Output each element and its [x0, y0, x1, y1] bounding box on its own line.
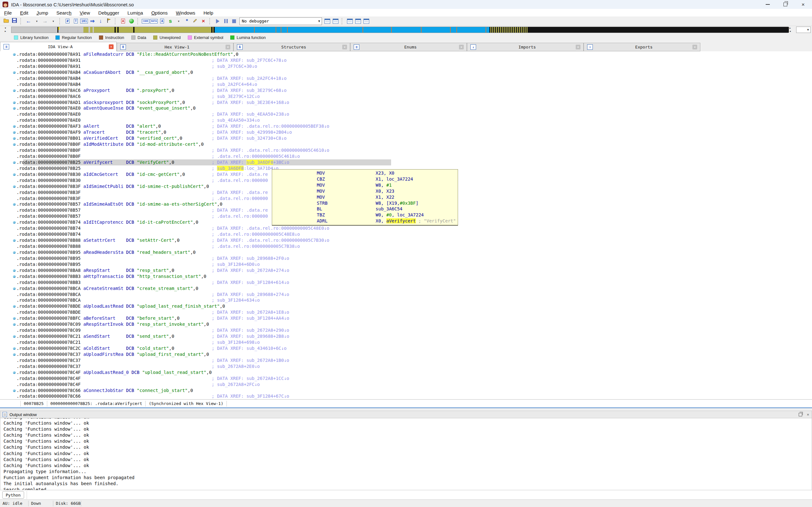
- debugger-options-button[interactable]: [332, 17, 339, 25]
- listing-line[interactable]: .rodata:0000000000078C2C aColdStart DCB …: [0, 345, 812, 351]
- listing-line[interactable]: .rodata:0000000000078BCA ; sub_3F1284+63…: [0, 297, 812, 303]
- navband-right-arrows[interactable]: ▸◂: [790, 27, 793, 33]
- listing-line[interactable]: .rodata:0000000000078C09 aRespStartInvok…: [0, 321, 812, 327]
- menu-item-debugger[interactable]: Debugger: [94, 9, 123, 16]
- edit-button[interactable]: [191, 17, 199, 25]
- listing-line[interactable]: .rodata:0000000000078AC6 ; sub_3E279C+12…: [0, 94, 812, 100]
- tab-close-button[interactable]: ×: [459, 45, 464, 49]
- listing-line[interactable]: .rodata:0000000000078AE0 aEventQueueInse…: [0, 105, 812, 111]
- save-file-button[interactable]: [10, 17, 18, 25]
- menu-item-search[interactable]: Search: [52, 9, 76, 16]
- navigate-back-menu[interactable]: ▾: [33, 17, 41, 25]
- listing-line[interactable]: .rodata:0000000000078A91 aFileReadatcurr…: [0, 51, 812, 57]
- listing-line[interactable]: .rodata:0000000000078B95 aReadHeadersSta…: [0, 249, 812, 256]
- listing-line[interactable]: .rodata:0000000000078C21 ; sub_3F1284+69…: [0, 339, 812, 345]
- lumina-ball-button[interactable]: [128, 17, 135, 25]
- listing-line[interactable]: .rodata:0000000000078AB4 ; sub_2A2FC4+64…: [0, 81, 812, 88]
- windows-list-button[interactable]: [346, 17, 354, 25]
- undefine-button[interactable]: ×: [200, 17, 207, 25]
- menu-item-edit[interactable]: Edit: [16, 9, 32, 16]
- tab-ida-view-a[interactable]: ≡IDA View-A×: [0, 42, 117, 51]
- tab-enums[interactable]: ≡Enums×: [350, 43, 467, 51]
- menu-item-options[interactable]: Options: [147, 9, 172, 16]
- menu-item-jump[interactable]: Jump: [32, 9, 52, 16]
- listing-line[interactable]: .rodata:0000000000078C37 aUploadFirstRea…: [0, 351, 812, 357]
- navigate-forward-button[interactable]: →: [41, 17, 49, 25]
- tab-exports[interactable]: ↑Exports×: [583, 43, 700, 51]
- jump-to-operand-button[interactable]: ⇒: [89, 17, 96, 25]
- debugger-pause-button[interactable]: [222, 17, 230, 25]
- listing-line[interactable]: .rodata:0000000000078BDE aUploadLastRead…: [0, 303, 812, 309]
- jump-down-button[interactable]: ↓: [97, 17, 104, 25]
- listing-line[interactable]: .rodata:0000000000078BFC aBeforeStart DC…: [0, 315, 812, 321]
- listing-line[interactable]: .rodata:0000000000078AF9 aTracert DCB "t…: [0, 129, 812, 135]
- make-unknown-button[interactable]: *: [183, 17, 191, 25]
- window-add-button[interactable]: [354, 17, 362, 25]
- text-view-button[interactable]: A: [119, 17, 127, 25]
- listing-line[interactable]: .rodata:0000000000078BCA ; DATA XREF: su…: [0, 291, 812, 297]
- listing-line[interactable]: .rodata:0000000000078C66 aConnectJobStar…: [0, 388, 812, 394]
- listing-line[interactable]: .rodata:0000000000078B95 ; DATA XREF: su…: [0, 256, 812, 262]
- search-flag-button[interactable]: [105, 17, 113, 25]
- listing-line[interactable]: .rodata:0000000000078AE0 ; DATA XREF: su…: [0, 111, 812, 117]
- tab-close-button[interactable]: ×: [576, 45, 580, 49]
- listing-line[interactable]: .rodata:0000000000078C4F ; DATA XREF: su…: [0, 376, 812, 382]
- navigation-band[interactable]: [11, 26, 788, 33]
- listing-line[interactable]: .rodata:0000000000078B88 aSetattrCert DC…: [0, 237, 812, 243]
- listing-line[interactable]: .rodata:0000000000078AF3 aAlert DCB "ale…: [0, 123, 812, 129]
- listing-line[interactable]: .rodata:0000000000078B74 ; .data.rel.ro:…: [0, 231, 812, 237]
- menu-item-windows[interactable]: Windows: [172, 9, 200, 16]
- listing-line[interactable]: .rodata:0000000000078C66 ; DATA XREF: su…: [0, 393, 812, 399]
- listing-line[interactable]: .rodata:0000000000078B95 ; sub_3F1284+6D…: [0, 262, 812, 268]
- listing-line[interactable]: .rodata:0000000000078C09 ; DATA XREF: su…: [0, 327, 812, 333]
- listing-line[interactable]: .rodata:0000000000078B0F ; .data.rel.ro:…: [0, 153, 812, 159]
- navigate-back-button[interactable]: ←: [25, 17, 32, 25]
- restore-button[interactable]: [776, 0, 794, 9]
- listing-line[interactable]: .rodata:0000000000078C37 ; sub_2672A8+2E…: [0, 363, 812, 370]
- open-file-button[interactable]: [2, 17, 10, 25]
- listing-line[interactable]: .rodata:0000000000078C4F aUploadLastRead…: [0, 370, 812, 376]
- listing-line[interactable]: .rodata:0000000000078B74 ; DATA XREF: .d…: [0, 225, 812, 231]
- debugger-stop-button[interactable]: [230, 17, 238, 25]
- listing-line[interactable]: .rodata:0000000000078AB4 aCxaGuardAbort …: [0, 69, 812, 75]
- python-selector-button[interactable]: Python: [2, 491, 24, 499]
- window-close-button[interactable]: [362, 17, 370, 25]
- make-code-button[interactable]: CODE: [142, 17, 149, 25]
- tab-structures[interactable]: AStructures×: [234, 43, 350, 51]
- python-cli-input[interactable]: [27, 491, 811, 499]
- listing-line[interactable]: .rodata:0000000000078A91 ; DATA XREF: su…: [0, 57, 812, 63]
- menu-item-file[interactable]: File: [0, 9, 16, 16]
- navband-left-arrows[interactable]: ▾▸: [5, 27, 9, 33]
- output-console[interactable]: Caching 'Functions window'... okCaching …: [0, 418, 812, 490]
- jump-to-binary-button[interactable]: 101: [80, 17, 88, 25]
- output-window-titlebar[interactable]: Output window ×: [0, 411, 812, 418]
- tab-close-button[interactable]: ×: [693, 45, 697, 49]
- listing-line-current[interactable]: .rodata:0000000000078B25 aVerifycert DCB…: [0, 159, 812, 165]
- make-data-button[interactable]: DATA: [150, 17, 158, 25]
- make-string-button[interactable]: A: [158, 17, 166, 25]
- listing-line[interactable]: .rodata:0000000000078B0F aIdModAttribute…: [0, 141, 812, 147]
- listing-line[interactable]: .rodata:0000000000078BCA aCreateStreamSt…: [0, 285, 812, 291]
- listing-line[interactable]: .rodata:0000000000078BA8 aRespStart DCB …: [0, 268, 812, 274]
- close-button[interactable]: ×: [794, 0, 812, 9]
- output-close-button[interactable]: ×: [807, 412, 809, 417]
- listing-line[interactable]: .rodata:0000000000078C37 ; DATA XREF: su…: [0, 357, 812, 363]
- listing-line[interactable]: .rodata:0000000000078BB3 ; DATA XREF: su…: [0, 279, 812, 285]
- make-menu[interactable]: ▾: [175, 17, 183, 25]
- jump-by-name-button[interactable]: T: [72, 17, 80, 25]
- listing-line[interactable]: .rodata:0000000000078C21 aSendStart DCB …: [0, 333, 812, 339]
- listing-line[interactable]: .rodata:0000000000078AB4 ; DATA XREF: su…: [0, 75, 812, 81]
- listing-line[interactable]: .rodata:0000000000078C4F ; sub_2672A8+2F…: [0, 382, 812, 388]
- debugger-select[interactable]: No debugger▼: [240, 17, 322, 25]
- listing-line[interactable]: .rodata:0000000000078AC6 aProxyport DCB …: [0, 88, 812, 94]
- tab-close-button[interactable]: ×: [342, 45, 347, 49]
- jump-to-address-button[interactable]: #: [64, 17, 71, 25]
- output-float-button[interactable]: [799, 413, 802, 416]
- minimize-button[interactable]: [759, 0, 776, 9]
- listing-line[interactable]: .rodata:0000000000078BDE ; DATA XREF: su…: [0, 309, 812, 315]
- tab-close-button[interactable]: ×: [225, 45, 230, 49]
- menu-item-view[interactable]: View: [75, 9, 94, 16]
- menu-item-lumina[interactable]: Lumina: [123, 9, 147, 16]
- navband-scale-select[interactable]: ▼: [796, 26, 811, 33]
- listing-line[interactable]: .rodata:0000000000078B88 ; .data.rel.ro:…: [0, 243, 812, 249]
